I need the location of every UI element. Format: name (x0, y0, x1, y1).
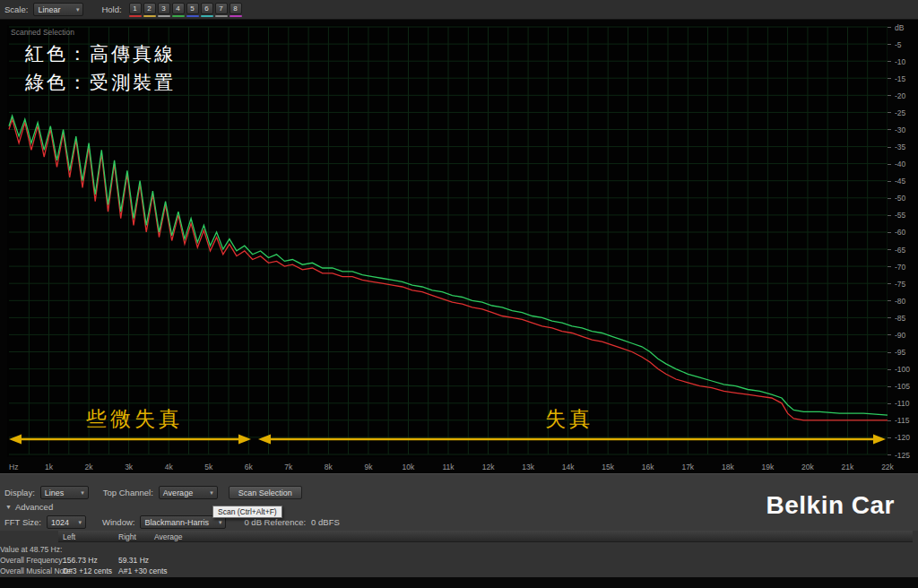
scan-selection-button[interactable]: Scan Selection (229, 486, 302, 499)
hold-color-indicator (230, 15, 242, 17)
fft-size-select[interactable]: 1024 ▾ (47, 515, 86, 529)
db-tick-label: -90 (895, 331, 905, 340)
chevron-down-icon: ▾ (210, 489, 213, 497)
column-header-right: Right (118, 532, 136, 541)
freq-tick-label: 1k (45, 463, 53, 471)
disclosure-triangle-icon[interactable]: ▼ (5, 504, 12, 510)
top-channel-select[interactable]: Average ▾ (159, 486, 218, 499)
reference-value: 0 dBFS (311, 517, 340, 527)
db-tick-mark (888, 112, 891, 113)
db-tick-label: -50 (895, 194, 905, 203)
freq-tick-label: 19k (762, 463, 775, 471)
hold-button-label: 6 (201, 3, 213, 14)
db-tick-mark (888, 198, 891, 199)
db-tick-label: -15 (895, 74, 905, 83)
right-region-arrow (258, 435, 886, 445)
row-label: Overall Frequency: (0, 556, 54, 565)
hold-button-8[interactable]: 8 (230, 3, 242, 17)
display-row: Display: Lines ▾ Top Channel: Average ▾ … (4, 486, 302, 499)
db-tick-mark (888, 454, 891, 455)
freq-tick-label: 4k (165, 463, 173, 471)
right-region-label: 失真 (545, 405, 593, 433)
frequency-analysis-window: Scale: Linear ▾ Hold: 12345678 (0, 0, 918, 588)
scan-tooltip: Scan (Ctrl+Alt+F) (212, 506, 282, 518)
reference-label: 0 dB Reference: (244, 517, 306, 527)
db-tick-label: -5 (895, 40, 902, 49)
db-tick-mark (888, 232, 891, 233)
db-tick-mark (888, 420, 891, 421)
freq-tick-label: 13k (522, 463, 534, 471)
legend-green-line: 綠色：受測裝置 (25, 68, 176, 97)
freq-tick-label: 9k (364, 463, 372, 471)
hold-color-indicator (158, 15, 170, 17)
db-axis: dB-5-10-15-20-25-30-35-40-45-50-55-60-65… (888, 25, 918, 457)
db-tick-label: -35 (895, 143, 905, 151)
display-value: Lines (45, 489, 65, 497)
table-row: Overall Musical Note:D#3 +12 centsA#1 +3… (0, 566, 918, 577)
db-tick-label: -125 (895, 451, 910, 460)
db-tick-mark (888, 437, 891, 438)
chart-section: Scanned Selection 紅色：高傳真線 綠色：受測裝置 些微失真 失… (0, 20, 918, 473)
freq-tick-label: 22k (881, 463, 894, 471)
scale-select[interactable]: Linear ▾ (33, 3, 83, 16)
advanced-row: ▼ Advanced (5, 502, 53, 512)
db-tick-mark (888, 249, 891, 250)
fft-size-value: 1024 (51, 518, 69, 527)
freq-axis: Hz1k2k3k4k5k6k7k8k9k10k11k12k13k14k15k16… (7, 461, 913, 473)
top-channel-value: Average (163, 489, 193, 497)
db-tick-label: -60 (895, 228, 905, 237)
hold-button-5[interactable]: 5 (186, 3, 199, 17)
db-tick-label: -40 (895, 160, 905, 169)
freq-tick-label: 16k (642, 463, 654, 471)
hold-color-indicator (215, 15, 228, 17)
db-tick-label: -100 (895, 365, 910, 374)
legend-red-line: 紅色：高傳真線 (25, 39, 176, 68)
db-tick-mark (888, 44, 891, 45)
hold-color-indicator (129, 15, 142, 17)
db-tick-mark (888, 215, 891, 216)
db-tick-label: -80 (895, 297, 905, 306)
db-tick-mark (888, 334, 891, 335)
annotation-arrows (9, 435, 886, 445)
controls-panel: Display: Lines ▾ Top Channel: Average ▾ … (0, 473, 918, 531)
hold-button-7[interactable]: 7 (215, 3, 228, 17)
cell-left: 156.73 Hz (63, 556, 98, 565)
db-tick-mark (888, 78, 891, 79)
freq-tick-label: 6k (245, 463, 253, 471)
db-tick-label: -10 (895, 57, 905, 66)
hold-button-3[interactable]: 3 (158, 3, 170, 17)
spectrum-plot[interactable]: Scanned Selection 紅色：高傳真線 綠色：受測裝置 些微失真 失… (7, 25, 888, 457)
hold-label: Hold: (101, 4, 121, 14)
db-tick-mark (888, 147, 891, 148)
freq-tick-label: 8k (325, 463, 333, 471)
db-tick-label: -110 (895, 399, 909, 408)
scale-label: Scale: (4, 4, 28, 14)
advanced-label[interactable]: Advanced (15, 502, 53, 512)
hold-button-1[interactable]: 1 (129, 3, 142, 17)
chevron-down-icon: ▾ (219, 519, 222, 526)
hold-button-label: 7 (215, 3, 228, 14)
db-tick-mark (888, 95, 891, 96)
db-tick-label: -65 (895, 246, 905, 255)
cell-right: A#1 +30 cents (118, 566, 168, 575)
db-tick-mark (888, 317, 891, 318)
db-tick-mark (888, 386, 891, 387)
db-tick-mark (888, 283, 891, 284)
freq-tick-label: 20k (801, 463, 814, 471)
freq-tick-label: 10k (403, 463, 415, 471)
hold-button-6[interactable]: 6 (201, 3, 213, 17)
db-tick-label: -30 (895, 125, 905, 134)
bottom-strip (0, 577, 918, 588)
db-tick-label: dB (895, 23, 904, 32)
hold-button-label: 5 (186, 3, 199, 14)
top-channel-label: Top Channel: (103, 488, 153, 497)
display-select[interactable]: Lines ▾ (40, 486, 89, 499)
hold-button-label: 4 (172, 3, 185, 14)
db-tick-mark (888, 300, 891, 301)
hold-button-2[interactable]: 2 (143, 3, 156, 17)
hold-button-4[interactable]: 4 (172, 3, 185, 17)
top-toolbar: Scale: Linear ▾ Hold: 12345678 (0, 0, 918, 20)
freq-tick-label: 12k (482, 463, 495, 471)
table-row: Overall Frequency:156.73 Hz59.31 Hz (0, 556, 918, 566)
hold-color-indicator (143, 15, 156, 17)
